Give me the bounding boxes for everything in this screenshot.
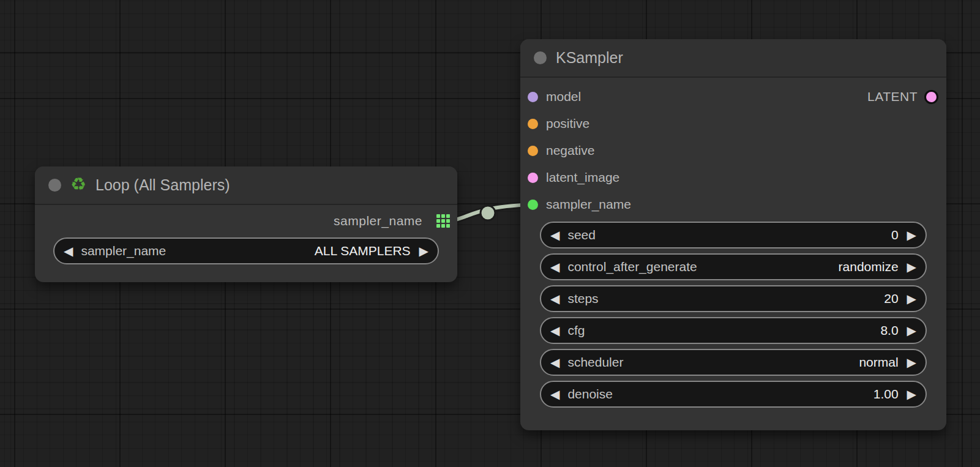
widget-steps[interactable]: ◀ steps 20 ▶ bbox=[540, 285, 927, 312]
widget-value[interactable]: 0 bbox=[891, 228, 899, 242]
decrement-arrow-icon[interactable]: ◀ bbox=[64, 245, 73, 257]
input-slot-label: negative bbox=[546, 143, 594, 158]
widget-value[interactable]: 20 bbox=[884, 291, 898, 306]
widget-label: steps bbox=[567, 291, 598, 306]
decrement-arrow-icon[interactable]: ◀ bbox=[550, 229, 559, 241]
widget-label: seed bbox=[567, 228, 596, 242]
input-dot[interactable] bbox=[528, 119, 538, 129]
widget-seed[interactable]: ◀ seed 0 ▶ bbox=[540, 222, 927, 248]
increment-arrow-icon[interactable]: ▶ bbox=[907, 356, 916, 368]
widget-cfg[interactable]: ◀ cfg 8.0 ▶ bbox=[540, 317, 927, 344]
output-slot-sampler-name[interactable]: sampler_name bbox=[334, 207, 450, 234]
decrement-arrow-icon[interactable]: ◀ bbox=[550, 261, 559, 273]
input-slot-label: sampler_name bbox=[546, 197, 631, 212]
widget-label: scheduler bbox=[567, 355, 623, 370]
link-midpoint-dot bbox=[481, 206, 495, 220]
increment-arrow-icon[interactable]: ▶ bbox=[907, 388, 916, 400]
widget-value[interactable]: 1.00 bbox=[873, 387, 899, 402]
widget-label: sampler_name bbox=[81, 244, 166, 258]
widget-label: control_after_generate bbox=[567, 260, 697, 274]
input-slot-latent-image[interactable]: latent_image bbox=[520, 164, 946, 191]
input-slot-sampler-name[interactable]: sampler_name bbox=[520, 191, 946, 218]
input-slot-label: positive bbox=[546, 116, 589, 131]
combo-grid-icon[interactable] bbox=[436, 214, 450, 228]
node-title: Loop (All Samplers) bbox=[95, 176, 230, 194]
collapse-toggle[interactable] bbox=[48, 179, 61, 192]
widget-value[interactable]: ALL SAMPLERS bbox=[315, 244, 411, 258]
widget-value[interactable]: normal bbox=[859, 355, 898, 370]
input-slot-negative[interactable]: negative bbox=[520, 137, 946, 164]
increment-arrow-icon[interactable]: ▶ bbox=[907, 229, 916, 241]
decrement-arrow-icon[interactable]: ◀ bbox=[550, 388, 559, 400]
increment-arrow-icon[interactable]: ▶ bbox=[907, 293, 916, 305]
node-header[interactable]: ♻ Loop (All Samplers) bbox=[35, 166, 457, 205]
input-dot[interactable] bbox=[528, 173, 538, 183]
decrement-arrow-icon[interactable]: ◀ bbox=[550, 324, 559, 337]
widget-scheduler[interactable]: ◀ scheduler normal ▶ bbox=[540, 349, 927, 376]
increment-arrow-icon[interactable]: ▶ bbox=[419, 245, 428, 257]
node-header[interactable]: KSampler bbox=[520, 39, 946, 78]
widget-control-after-generate[interactable]: ◀ control_after_generate randomize ▶ bbox=[540, 253, 927, 280]
output-slot-latent[interactable]: LATENT bbox=[867, 83, 938, 110]
widget-value[interactable]: randomize bbox=[839, 260, 899, 274]
widget-sampler-name[interactable]: ◀ sampler_name ALL SAMPLERS ▶ bbox=[53, 237, 439, 264]
input-slot-positive[interactable]: positive bbox=[520, 110, 946, 137]
input-dot[interactable] bbox=[528, 200, 538, 210]
widget-value[interactable]: 8.0 bbox=[880, 323, 898, 338]
output-slot-label: sampler_name bbox=[334, 214, 422, 228]
input-slot-label: latent_image bbox=[546, 170, 619, 185]
widget-denoise[interactable]: ◀ denoise 1.00 ▶ bbox=[540, 381, 927, 408]
node-ksampler[interactable]: KSampler model positive negative latent_… bbox=[520, 39, 946, 430]
input-dot[interactable] bbox=[528, 146, 538, 156]
node-editor-canvas[interactable]: ♻ Loop (All Samplers) sampler_name ◀ sam… bbox=[0, 0, 980, 467]
widget-label: cfg bbox=[567, 323, 585, 338]
output-slot-label: LATENT bbox=[867, 89, 918, 104]
output-dot[interactable] bbox=[924, 90, 938, 104]
increment-arrow-icon[interactable]: ▶ bbox=[907, 261, 916, 273]
decrement-arrow-icon[interactable]: ◀ bbox=[550, 293, 559, 305]
increment-arrow-icon[interactable]: ▶ bbox=[907, 324, 916, 337]
collapse-toggle[interactable] bbox=[534, 51, 547, 64]
decrement-arrow-icon[interactable]: ◀ bbox=[550, 356, 559, 368]
node-title: KSampler bbox=[556, 49, 623, 67]
widget-label: denoise bbox=[567, 387, 613, 402]
input-slot-label: model bbox=[546, 89, 581, 104]
recycle-icon: ♻ bbox=[70, 176, 86, 193]
input-dot[interactable] bbox=[528, 92, 538, 102]
node-loop-all-samplers[interactable]: ♻ Loop (All Samplers) sampler_name ◀ sam… bbox=[35, 166, 457, 282]
